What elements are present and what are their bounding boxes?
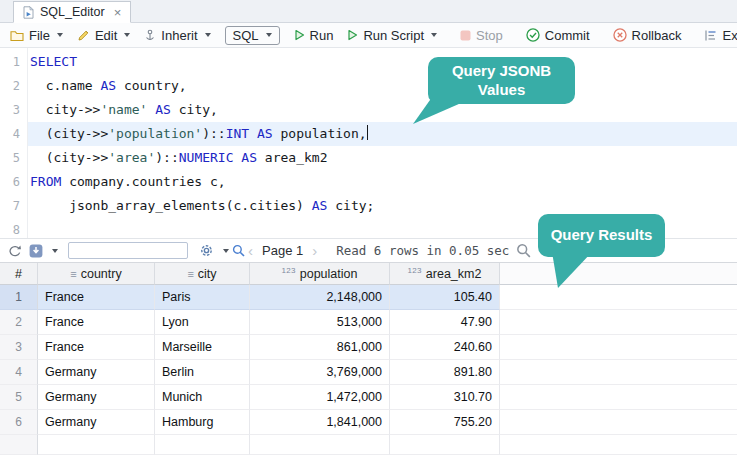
code-editor[interactable]: 1SELECT2 c.name AS country,3 city->>'nam… bbox=[0, 48, 737, 238]
line-number: 4 bbox=[0, 122, 27, 146]
toolbar-inherit-label: Inherit bbox=[161, 28, 197, 43]
line-number: 7 bbox=[0, 194, 27, 218]
cell-city[interactable]: Marseille bbox=[155, 335, 250, 360]
cell-city[interactable]: Munich bbox=[155, 385, 250, 410]
column-header-area_km2[interactable]: 123area_km2 bbox=[390, 263, 500, 285]
tab-bar: SQL_Editor × bbox=[0, 0, 737, 23]
row-number[interactable] bbox=[0, 435, 38, 455]
toolbar-run-script-button[interactable]: Run Script bbox=[340, 26, 444, 45]
cell-country[interactable]: France bbox=[38, 310, 155, 335]
cell-country[interactable]: Germany bbox=[38, 385, 155, 410]
row-filler bbox=[500, 435, 737, 455]
chevron-down-icon[interactable] bbox=[52, 249, 58, 253]
column-label: area_km2 bbox=[426, 267, 482, 281]
number-type-icon: 123 bbox=[408, 266, 422, 275]
column-header-country[interactable]: ≡country bbox=[38, 263, 155, 285]
sql-file-icon bbox=[23, 6, 34, 19]
column-label: country bbox=[81, 267, 122, 281]
run-icon bbox=[294, 29, 305, 41]
code-line-6[interactable]: 6FROM company.countries c, bbox=[0, 170, 737, 194]
result-filter-input[interactable] bbox=[69, 243, 232, 258]
header-filler bbox=[500, 263, 737, 285]
toolbar-rollback-label: Rollback bbox=[632, 28, 682, 43]
code-line-1[interactable]: 1SELECT bbox=[0, 50, 737, 74]
cell-area_km2[interactable]: 47.90 bbox=[390, 310, 500, 335]
toolbar-file-button[interactable]: File bbox=[3, 26, 70, 45]
cell-area_km2[interactable]: 105.40 bbox=[390, 285, 500, 310]
table-row: 5GermanyMunich1,472,000310.70 bbox=[0, 385, 737, 410]
text-type-icon: ≡ bbox=[187, 268, 193, 280]
code-line-5[interactable]: 5 (city->>'area')::NUMERIC AS area_km2 bbox=[0, 146, 737, 170]
toolbar-sql-mode-button[interactable]: SQL bbox=[225, 26, 280, 45]
row-number[interactable]: 1 bbox=[0, 285, 38, 310]
row-number[interactable]: 4 bbox=[0, 360, 38, 385]
line-number: 6 bbox=[0, 170, 27, 194]
toolbar-rollback-button[interactable]: Rollback bbox=[606, 26, 689, 45]
cell-city[interactable]: Paris bbox=[155, 285, 250, 310]
cell-area_km2[interactable]: 310.70 bbox=[390, 385, 500, 410]
cell-city[interactable]: Lyon bbox=[155, 310, 250, 335]
toolbar-stop-label: Stop bbox=[476, 28, 503, 43]
row-filler bbox=[500, 360, 737, 385]
cell-population[interactable] bbox=[250, 435, 390, 455]
explain-icon bbox=[704, 29, 717, 42]
page-label: Page 1 bbox=[262, 243, 303, 258]
toolbar-commit-button[interactable]: Commit bbox=[519, 26, 597, 45]
pagination: ‹ Page 1 › bbox=[248, 243, 317, 258]
main-toolbar: FileEditInheritSQLRunRun ScriptStopCommi… bbox=[0, 23, 737, 48]
line-number: 1 bbox=[0, 50, 27, 74]
chevron-down-icon bbox=[124, 33, 130, 37]
code-text: SELECT bbox=[27, 50, 737, 74]
column-header-city[interactable]: ≡city bbox=[155, 263, 250, 285]
row-number[interactable]: 2 bbox=[0, 310, 38, 335]
cell-area_km2[interactable]: 891.80 bbox=[390, 360, 500, 385]
rollback-icon bbox=[613, 28, 627, 42]
cell-population[interactable]: 3,769,000 bbox=[250, 360, 390, 385]
folder-icon bbox=[10, 29, 24, 42]
code-text: (city->>'population')::INT AS population… bbox=[27, 122, 737, 146]
toolbar-run-button[interactable]: Run bbox=[287, 26, 341, 45]
pencil-icon bbox=[77, 29, 90, 42]
column-header-rownum[interactable]: # bbox=[0, 263, 38, 285]
refresh-icon[interactable] bbox=[7, 244, 22, 258]
row-number[interactable]: 3 bbox=[0, 335, 38, 360]
zoom-results-icon[interactable] bbox=[516, 243, 531, 258]
toolbar-edit-label: Edit bbox=[95, 28, 117, 43]
toolbar-commit-label: Commit bbox=[545, 28, 590, 43]
cell-country[interactable]: France bbox=[38, 335, 155, 360]
cell-city[interactable] bbox=[155, 435, 250, 455]
cell-population[interactable]: 513,000 bbox=[250, 310, 390, 335]
column-header-population[interactable]: 123population bbox=[250, 263, 390, 285]
commit-icon bbox=[526, 28, 540, 42]
toolbar-edit-button[interactable]: Edit bbox=[70, 26, 137, 45]
next-page-icon[interactable]: › bbox=[312, 243, 317, 258]
cell-country[interactable]: Germany bbox=[38, 360, 155, 385]
fetch-data-icon[interactable] bbox=[29, 244, 43, 258]
cell-population[interactable]: 1,472,000 bbox=[250, 385, 390, 410]
cell-city[interactable]: Berlin bbox=[155, 360, 250, 385]
cell-country[interactable] bbox=[38, 435, 155, 455]
code-line-2[interactable]: 2 c.name AS country, bbox=[0, 74, 737, 98]
toolbar-explain-label: Explain bbox=[722, 28, 737, 43]
cell-country[interactable]: France bbox=[38, 285, 155, 310]
code-line-4[interactable]: 4 (city->>'population')::INT AS populati… bbox=[0, 122, 737, 146]
toolbar-run-label: Run bbox=[310, 28, 334, 43]
code-line-3[interactable]: 3 city->>'name' AS city, bbox=[0, 98, 737, 122]
toolbar-stop-button: Stop bbox=[453, 26, 510, 45]
cell-area_km2[interactable] bbox=[390, 435, 500, 455]
cell-country[interactable]: Germany bbox=[38, 410, 155, 435]
cell-city[interactable]: Hamburg bbox=[155, 410, 250, 435]
cell-area_km2[interactable]: 755.20 bbox=[390, 410, 500, 435]
close-icon[interactable]: × bbox=[114, 5, 122, 20]
toolbar-inherit-button[interactable]: Inherit bbox=[137, 26, 217, 45]
row-number[interactable]: 6 bbox=[0, 410, 38, 435]
cell-population[interactable]: 2,148,000 bbox=[250, 285, 390, 310]
tab-sql-editor[interactable]: SQL_Editor × bbox=[13, 1, 131, 23]
cell-population[interactable]: 861,000 bbox=[250, 335, 390, 360]
cell-population[interactable]: 1,841,000 bbox=[250, 410, 390, 435]
search-icon[interactable] bbox=[232, 244, 245, 257]
prev-page-icon[interactable]: ‹ bbox=[248, 243, 253, 258]
toolbar-explain-button[interactable]: Explain bbox=[697, 26, 737, 45]
row-number[interactable]: 5 bbox=[0, 385, 38, 410]
cell-area_km2[interactable]: 240.60 bbox=[390, 335, 500, 360]
